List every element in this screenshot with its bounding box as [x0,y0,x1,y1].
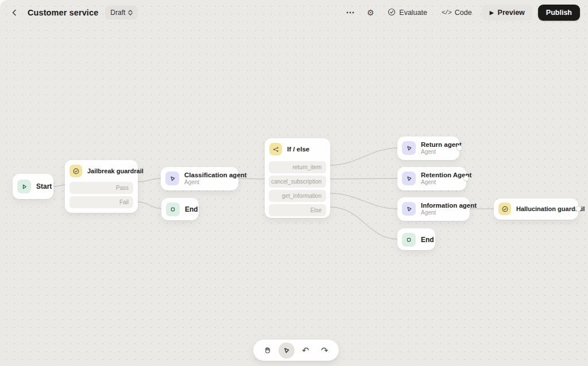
node-information-agent[interactable]: Information agent Agent [397,197,470,221]
if-else-icon [269,143,282,155]
undo-icon[interactable]: ↶ [297,342,314,359]
evaluate-icon [388,8,396,18]
ifelse-row-return-item[interactable]: return_item [269,161,326,173]
end-label: End [421,236,434,244]
evaluate-button[interactable]: Evaluate [383,5,432,21]
edge-getinfo-information [330,193,397,209]
end-icon [402,233,416,247]
page-title: Customer service [28,8,98,17]
node-subtitle: Agent [421,149,462,155]
draft-status-dropdown[interactable]: Draft [105,6,138,20]
publish-button[interactable]: Publish [538,5,580,21]
code-button[interactable]: </> Code [437,5,477,20]
node-end-left[interactable]: End [161,198,199,220]
node-title: Hallucination guardrail [516,205,585,212]
port-retention-agent[interactable] [463,176,469,181]
jailbreak-row-fail[interactable]: Fail [69,196,133,208]
node-hallucination-guardrail[interactable]: Hallucination guardrail [494,198,578,220]
redo-icon[interactable]: ↷ [316,342,332,359]
start-icon [17,180,31,193]
more-icon[interactable] [343,5,358,20]
jailbreak-row-pass[interactable]: Pass [69,182,133,194]
node-title: Information agent [421,202,477,209]
node-start[interactable]: Start [13,174,53,199]
start-label: Start [36,182,52,190]
node-title: If / else [287,146,310,153]
edge-start-jailbreak [53,185,65,186]
workflow-canvas[interactable]: Customer service Draft ⚙ Evaluate [0,0,588,366]
edge-pass-classification [138,178,161,182]
ifelse-row-else[interactable]: Else [269,204,326,216]
port-return-agent[interactable] [457,145,462,151]
gear-icon[interactable]: ⚙ [363,5,378,20]
node-title: Classification agent [184,172,247,178]
guardrail-icon [498,203,511,215]
pan-hand-icon[interactable] [260,342,276,359]
preview-label: Preview [498,9,525,17]
evaluate-label: Evaluate [399,9,427,17]
chevron-updown-icon [128,10,133,15]
node-title: Return agent [421,141,462,148]
agent-icon [165,172,179,185]
end-label: End [185,205,198,213]
node-if-else[interactable]: If / else return_item cancel_subscriptio… [265,138,330,218]
select-cursor-icon[interactable] [278,342,295,359]
agent-icon [402,141,416,155]
node-retention-agent[interactable]: Retention Agent Agent [397,167,466,190]
play-icon: ▶ [490,10,494,15]
agent-icon [402,172,416,185]
edge-fail-end [138,202,161,209]
guardrail-icon [69,165,82,177]
ifelse-row-get-information[interactable]: get_information [269,190,326,202]
node-title: Jailbreak guardrail [87,168,144,174]
node-classification-agent[interactable]: Classification agent Agent [161,167,238,190]
agent-icon [402,202,416,216]
canvas-toolbar: ↶ ↷ [253,340,339,361]
ifelse-row-cancel-subscription[interactable]: cancel_subscription [269,176,326,188]
edge-returnitem-returnagent [330,148,397,165]
node-subtitle: Agent [184,179,247,185]
node-return-agent[interactable]: Return agent Agent [397,137,459,160]
node-subtitle: Agent [421,209,477,216]
code-icon: </> [442,9,451,16]
end-icon [166,203,180,216]
back-icon[interactable] [8,6,21,19]
node-end-right[interactable]: End [397,228,435,250]
node-jailbreak-guardrail[interactable]: Jailbreak guardrail Pass Fail [65,160,138,213]
edge-cancel-retention [330,178,397,179]
edge-else-end [330,207,397,239]
draft-label: Draft [110,9,125,17]
header: Customer service Draft ⚙ Evaluate [0,0,588,25]
preview-button[interactable]: ▶ Preview [482,5,533,21]
port-hallucination-guardrail[interactable] [575,206,581,212]
code-label: Code [455,9,472,17]
